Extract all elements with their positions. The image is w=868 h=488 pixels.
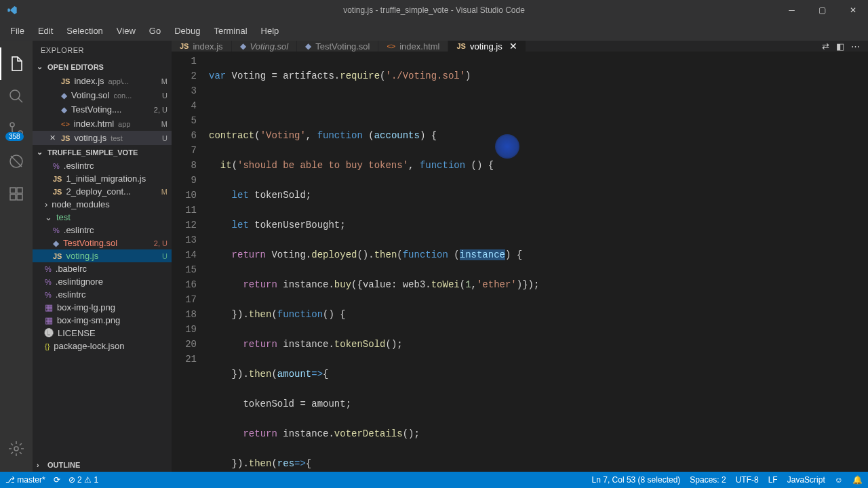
file-item[interactable]: ▦box-img-sm.png <box>33 314 172 327</box>
file-item[interactable]: %.eslintignore <box>33 275 172 288</box>
close-button[interactable]: ✕ <box>837 0 868 20</box>
file-item[interactable]: {}package-lock.json <box>33 340 172 352</box>
line-number: 8 <box>172 158 197 173</box>
editor-tabs: JSindex.js◆Voting.sol◆TestVoting.sol<>in… <box>172 41 868 52</box>
title-bar: voting.js - truffle_simple_vote - Visual… <box>0 0 868 20</box>
editor-tab[interactable]: ◆Voting.sol <box>232 41 298 52</box>
folder-item[interactable]: ⌄test <box>33 211 172 224</box>
line-number: 17 <box>172 292 197 307</box>
menu-help[interactable]: Help <box>254 23 286 39</box>
outline-header[interactable]: ›OUTLINE <box>33 458 172 472</box>
code-area[interactable]: 123456789101112131415161718192021 var Vo… <box>172 52 868 488</box>
editor-tab[interactable]: JSindex.js <box>172 41 232 52</box>
menu-go[interactable]: Go <box>142 23 167 39</box>
debug-tab[interactable] <box>0 145 33 178</box>
file-item[interactable]: ◆TestVoting.sol2, U <box>33 237 172 249</box>
search-tab[interactable] <box>0 80 33 113</box>
line-number: 11 <box>172 203 197 218</box>
close-icon[interactable]: ✕ <box>47 134 57 142</box>
editor-tab[interactable]: <>index.html <box>378 41 448 52</box>
branch-status[interactable]: ⎇ master* <box>5 475 45 485</box>
menu-view[interactable]: View <box>110 23 142 39</box>
more-icon[interactable]: ⋯ <box>851 41 860 52</box>
file-name: box-img-lg.png <box>57 302 115 312</box>
code-lines[interactable]: var Voting = artifacts.require('./Voting… <box>209 52 868 488</box>
open-editor-item[interactable]: ✕JSvoting.js testU <box>33 131 172 145</box>
file-item[interactable]: %.eslintrc <box>33 159 172 172</box>
tab-label: Voting.sol <box>250 41 289 52</box>
minimize-button[interactable]: ─ <box>776 0 807 20</box>
editor-tab[interactable]: JSvoting.js✕ <box>448 41 526 52</box>
file-name: 1_initial_migration.js <box>66 174 146 184</box>
folder-item[interactable]: ›node_modules <box>33 198 172 211</box>
line-number: 20 <box>172 337 197 352</box>
tab-label: index.js <box>193 41 222 52</box>
activity-bar: 358 <box>0 41 33 472</box>
menu-debug[interactable]: Debug <box>167 23 207 39</box>
file-item[interactable]: JS1_initial_migration.js <box>33 172 172 185</box>
menu-terminal[interactable]: Terminal <box>207 23 254 39</box>
file-name: TestVoting.sol <box>63 238 117 248</box>
selected-text: instance <box>460 249 505 260</box>
file-item[interactable]: %.eslintrc <box>33 288 172 301</box>
line-number: 12 <box>172 218 197 232</box>
open-editor-item[interactable]: ◆TestVoting.... 2, U <box>33 102 172 117</box>
file-name: .eslintrc <box>64 225 94 235</box>
line-number: 15 <box>172 262 197 277</box>
explorer-sidebar: EXPLORER ⌄OPEN EDITORS JSindex.js app\..… <box>33 41 172 472</box>
close-icon[interactable]: ✕ <box>509 41 517 52</box>
compare-icon[interactable]: ⇄ <box>822 41 829 52</box>
line-number: 7 <box>172 143 197 158</box>
file-item[interactable]: %.babelrc <box>33 262 172 275</box>
file-item[interactable]: JSvoting.jsU <box>33 249 172 262</box>
maximize-button[interactable]: ▢ <box>807 0 837 20</box>
file-name: box-img-sm.png <box>57 315 120 325</box>
project-header[interactable]: ⌄TRUFFLE_SIMPLE_VOTE <box>33 145 172 159</box>
svg-line-1 <box>18 98 22 102</box>
file-name: .eslintrc <box>64 161 94 171</box>
tab-label: voting.js <box>470 41 502 52</box>
line-number: 10 <box>172 188 197 203</box>
file-item[interactable]: JS2_deploy_cont...M <box>33 185 172 198</box>
open-editor-item[interactable]: <>index.html appM <box>33 117 172 131</box>
tab-label: TestVoting.sol <box>315 41 370 52</box>
scm-tab[interactable]: 358 <box>0 113 33 145</box>
file-name: voting.js <box>66 251 98 261</box>
file-name: .babelrc <box>56 264 87 274</box>
split-editor-icon[interactable]: ◧ <box>836 41 844 52</box>
file-name: TestVoting.... <box>71 104 121 115</box>
line-number: 13 <box>172 232 197 247</box>
line-number: 1 <box>172 54 197 68</box>
window-controls: ─ ▢ ✕ <box>776 0 868 20</box>
menu-edit[interactable]: Edit <box>31 23 60 39</box>
file-name: voting.js <box>74 133 106 143</box>
explorer-tab[interactable] <box>0 47 33 80</box>
problems-status[interactable]: ⊘ 2 ⚠ 1 <box>68 475 98 485</box>
svg-rect-8 <box>10 195 16 200</box>
svg-line-5 <box>11 156 22 167</box>
extensions-tab[interactable] <box>0 178 33 210</box>
file-name: index.html <box>74 119 114 129</box>
open-editors-header[interactable]: ⌄OPEN EDITORS <box>33 60 172 74</box>
svg-point-2 <box>10 123 14 127</box>
svg-rect-6 <box>10 188 16 193</box>
editor-tab[interactable]: ◆TestVoting.sol <box>297 41 378 52</box>
line-number: 5 <box>172 113 197 128</box>
open-editor-item[interactable]: ◆Voting.sol con...U <box>33 88 172 102</box>
file-name: 2_deploy_cont... <box>66 186 130 197</box>
menu-selection[interactable]: Selection <box>60 23 109 39</box>
menu-bar: File Edit Selection View Go Debug Termin… <box>0 20 868 41</box>
open-editor-item[interactable]: JSindex.js app\...M <box>33 74 172 88</box>
vscode-logo <box>0 5 24 16</box>
svg-point-10 <box>14 447 18 451</box>
line-number: 6 <box>172 128 197 143</box>
minimap[interactable] <box>800 77 868 159</box>
menu-file[interactable]: File <box>3 23 31 39</box>
sync-status[interactable]: ⟳ <box>54 475 60 485</box>
file-item[interactable]: %.eslintrc <box>33 224 172 237</box>
file-item[interactable]: ▦box-img-lg.png <box>33 301 172 314</box>
line-number: 18 <box>172 307 197 322</box>
file-item[interactable]: 🅛LICENSE <box>33 327 172 340</box>
settings-button[interactable] <box>0 432 33 465</box>
line-number: 2 <box>172 68 197 83</box>
